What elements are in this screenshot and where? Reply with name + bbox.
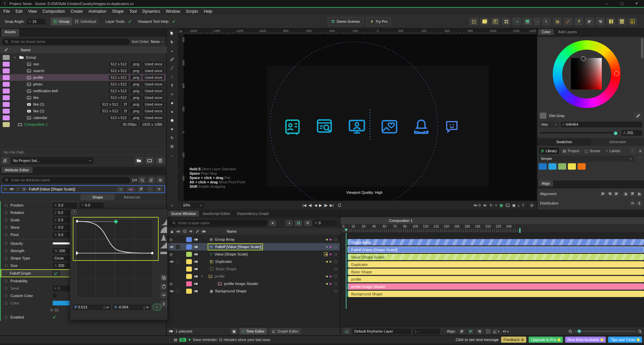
- new-comp-button[interactable]: [145, 157, 154, 164]
- line-tool[interactable]: ∕: [167, 72, 177, 81]
- alpha-field[interactable]: A255: [622, 130, 642, 136]
- preset-bell-icon[interactable]: [160, 234, 167, 241]
- swatch-orange[interactable]: [578, 163, 586, 170]
- search-settings-icon[interactable]: [139, 177, 146, 183]
- preset-ramp-icon[interactable]: [160, 242, 167, 248]
- tab-generator[interactable]: Generator: [591, 138, 644, 146]
- asset-color-swatch[interactable]: [3, 55, 10, 60]
- duplicate-attrs-icon[interactable]: ⁘: [147, 186, 153, 192]
- monitor-user-icon[interactable]: [347, 117, 366, 136]
- track-bar[interactable]: Duplicator: [347, 261, 644, 268]
- prev-key-icon[interactable]: ◀: [325, 260, 328, 263]
- next-key-icon[interactable]: ▶: [330, 238, 332, 241]
- clip-icon[interactable]: [202, 229, 206, 234]
- keyframe-layer-icon[interactable]: ⚌: [343, 328, 351, 334]
- sort-order-dropdown[interactable]: None: [151, 40, 164, 44]
- tips-tricks-button[interactable]: Tips and Tricks: [608, 337, 642, 343]
- prev-key-icon[interactable]: ◀: [325, 282, 328, 285]
- timeline-zoom-knob[interactable]: [578, 330, 581, 333]
- layer-search-field[interactable]: [178, 221, 265, 225]
- align-left-tool-icon[interactable]: [585, 17, 594, 25]
- frame-box-button[interactable]: [485, 329, 491, 334]
- clear-search-icon[interactable]: ⊠: [157, 177, 164, 183]
- layer-row[interactable]: ◎ ▽ Value [Shape Scale] ◀ ▶: [167, 250, 340, 258]
- text-tools-icon[interactable]: T: [574, 17, 583, 25]
- filter-visible-icon[interactable]: ◑: [285, 220, 293, 226]
- layer-row-selected[interactable]: Falloff [Value [Shape Scale]] ◀ ▶: [167, 243, 340, 250]
- menu-help[interactable]: Help: [204, 9, 212, 14]
- clip-icon[interactable]: [194, 260, 198, 264]
- minimize-button[interactable]: –: [600, 1, 614, 6]
- timeline-comp-tab[interactable]: Composition 1: [340, 217, 644, 224]
- paste-graph-button[interactable]: [160, 283, 167, 290]
- labels-tab[interactable]: ◔Labels: [603, 148, 622, 154]
- clip-icon[interactable]: [194, 289, 198, 293]
- next-key-icon[interactable]: ▶: [330, 252, 332, 256]
- track-bar[interactable]: Basic Shape: [347, 269, 644, 275]
- asset-row[interactable]: like (1) 512 x 5122f.pngUsed once: [0, 101, 166, 108]
- clip-icon[interactable]: [194, 274, 198, 279]
- chat-smile-icon[interactable]: [444, 119, 460, 134]
- preset-ease-out-icon[interactable]: [160, 227, 167, 233]
- tab-attribute-editor[interactable]: Attribute Editor: [1, 167, 33, 173]
- prev-key-icon[interactable]: ◀: [325, 275, 328, 278]
- snap-grid-toggle[interactable]: ⌗: [495, 203, 497, 208]
- swatch-green[interactable]: [558, 163, 566, 170]
- moon-icon[interactable]: ☾: [542, 17, 551, 25]
- trace-arrow-icon[interactable]: ⇢: [512, 17, 521, 25]
- audio-toggle[interactable]: [483, 203, 487, 208]
- graph-toggle-icon[interactable]: ⊐: [117, 186, 124, 192]
- playhead-marker[interactable]: [344, 229, 348, 231]
- zoom-out-icon[interactable]: −: [568, 329, 572, 334]
- asset-row[interactable]: calendar 512 x 512.pngUsed once: [0, 114, 166, 121]
- display-toggle[interactable]: ▣: [512, 203, 516, 208]
- pen-tool[interactable]: [167, 55, 177, 64]
- menu-tool[interactable]: Tool: [129, 9, 137, 14]
- layer-row[interactable]: Basic Shape: [167, 265, 340, 273]
- doc-search-icon[interactable]: [315, 118, 333, 136]
- key-align-left-button[interactable]: [459, 329, 465, 334]
- close-button[interactable]: ✕: [629, 1, 644, 6]
- track-bar[interactable]: Group Array: [347, 239, 644, 245]
- clip-icon[interactable]: [194, 237, 198, 242]
- snap-angle-field[interactable]: #15: [27, 19, 45, 24]
- library-tab[interactable]: |‖Library: [539, 148, 559, 154]
- sv-marker[interactable]: [581, 56, 586, 61]
- maximize-button[interactable]: ▢: [614, 1, 629, 6]
- check-circle-icon[interactable]: ◎: [169, 237, 174, 242]
- stagger-bars-icon[interactable]: [523, 17, 532, 25]
- menu-dynamics[interactable]: Dynamics: [143, 9, 160, 14]
- tab-align[interactable]: Align: [538, 180, 553, 186]
- layer-row[interactable]: profile ◀ ▶: [167, 273, 340, 280]
- asset-row[interactable]: like (1) 512 x 5122f.pngUsed once: [0, 108, 166, 114]
- more-tools-icon[interactable]: ⋯: [534, 17, 540, 25]
- layer-filter-field[interactable]: F0: [313, 220, 337, 226]
- columns-icon[interactable]: [606, 17, 615, 25]
- attribute-search-input[interactable]: [2, 177, 130, 183]
- next-key-icon[interactable]: ▶: [330, 275, 332, 278]
- keyframe-circle-icon[interactable]: [334, 238, 337, 241]
- viewport-help-check[interactable]: ✓: [172, 19, 176, 24]
- layer-tools-check[interactable]: ✓: [128, 19, 132, 24]
- check-circle-icon[interactable]: ◎: [169, 282, 174, 286]
- asset-row[interactable]: search 512 x 512.pngUsed once: [0, 67, 166, 74]
- preset-ease-in-icon[interactable]: [160, 219, 167, 225]
- bell-tray-icon[interactable]: [413, 118, 430, 135]
- color-value-swatch[interactable]: [53, 301, 71, 305]
- menu-shape[interactable]: Shape: [112, 9, 124, 14]
- next-key-icon[interactable]: ▶: [330, 282, 332, 285]
- align-middle-button[interactable]: [630, 191, 635, 196]
- project-list-icon[interactable]: [1, 157, 9, 164]
- asset-row-composition[interactable]: Composition 1 30.00fps1920 x 1080: [0, 121, 166, 128]
- opacity-slider[interactable]: [53, 242, 71, 244]
- prev-key-icon[interactable]: ◀: [324, 252, 328, 256]
- grid-table-icon[interactable]: [628, 17, 637, 25]
- render-queue-icon[interactable]: ▤: [553, 17, 562, 25]
- snap-grid-toggle-icon[interactable]: ⌗: [153, 304, 161, 310]
- star-tool[interactable]: ★: [167, 125, 177, 133]
- ease-curve-button[interactable]: ▶: [493, 329, 500, 334]
- tab-swatches[interactable]: Swatches: [537, 138, 591, 146]
- tab-add-layers[interactable]: Add Layers: [555, 29, 580, 35]
- clip-icon[interactable]: [194, 252, 198, 256]
- alpha-slider[interactable]: [540, 132, 619, 133]
